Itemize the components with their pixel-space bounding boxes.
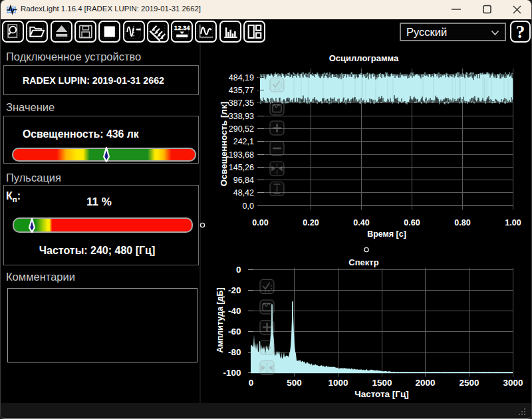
- svg-text:-40: -40: [228, 306, 241, 316]
- svg-text:3000: 3000: [503, 378, 523, 388]
- svg-text:500: 500: [287, 378, 302, 388]
- svg-text:-80: -80: [228, 347, 241, 357]
- svg-text:290,52: 290,52: [229, 124, 254, 134]
- svg-text:0,0: 0,0: [243, 202, 254, 211]
- svg-text:1000: 1000: [328, 378, 348, 388]
- svg-text:0: 0: [236, 265, 241, 275]
- svg-text:-60: -60: [228, 327, 241, 337]
- svg-text:1500: 1500: [372, 378, 392, 388]
- svg-text:Спектр: Спектр: [348, 257, 378, 267]
- svg-text:193,68: 193,68: [229, 150, 254, 160]
- svg-text:387,35: 387,35: [229, 98, 254, 108]
- svg-text:0.60: 0.60: [404, 218, 420, 227]
- svg-text:Амплитуда [дБ]: Амплитуда [дБ]: [215, 287, 225, 352]
- svg-text:242,1: 242,1: [233, 137, 254, 146]
- svg-text:Освещенность [лк]: Освещенность [лк]: [219, 102, 229, 186]
- svg-text:1.00: 1.00: [505, 218, 521, 227]
- svg-text:Частота [Гц]: Частота [Гц]: [354, 389, 409, 399]
- svg-text:0: 0: [249, 378, 254, 388]
- svg-text:2500: 2500: [459, 378, 479, 388]
- svg-text:0.80: 0.80: [454, 218, 470, 227]
- svg-text:Осциллограмма: Осциллограмма: [329, 53, 399, 63]
- svg-text:484,19: 484,19: [229, 73, 254, 82]
- svg-text:48,42: 48,42: [233, 188, 254, 198]
- svg-text:435,77: 435,77: [229, 86, 254, 95]
- svg-text:Время [с]: Время [с]: [367, 229, 406, 239]
- svg-text:0.00: 0.00: [252, 218, 268, 227]
- svg-text:96,84: 96,84: [233, 176, 254, 185]
- svg-text:338,93: 338,93: [229, 112, 254, 121]
- svg-text:2000: 2000: [415, 378, 435, 388]
- svg-text:-100: -100: [223, 368, 241, 378]
- svg-text:0.40: 0.40: [353, 218, 369, 227]
- svg-text:-20: -20: [228, 285, 241, 295]
- svg-text:0.20: 0.20: [303, 218, 319, 227]
- svg-text:145,26: 145,26: [229, 163, 254, 172]
